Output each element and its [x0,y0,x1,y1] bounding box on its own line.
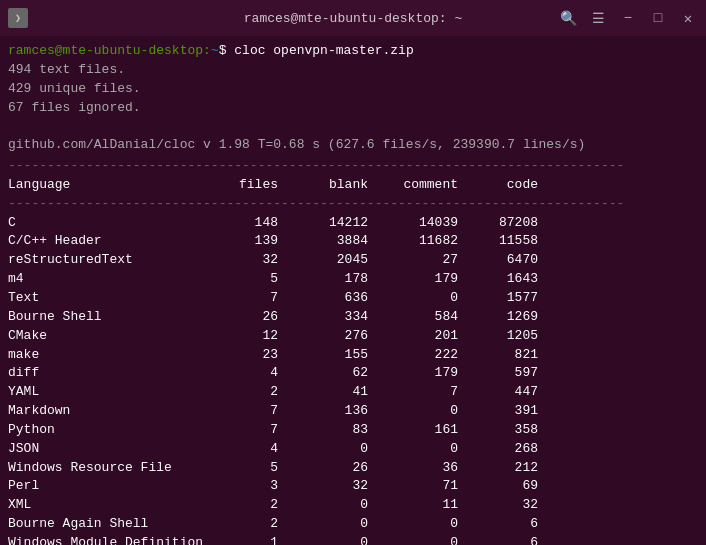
stats-line-1: 494 text files. [8,61,698,80]
terminal-body: ramces@mte-ubuntu-desktop:~$ cloc openvp… [0,36,706,545]
row-lang: C/C++ Header [8,232,208,251]
row-comment: 0 [368,402,458,421]
header-language: Language [8,176,208,195]
row-code: 6470 [458,251,538,270]
row-comment: 0 [368,515,458,534]
row-comment: 11682 [368,232,458,251]
row-files: 3 [208,477,278,496]
table-row: reStructuredText322045276470 [8,251,698,270]
table-row: Windows Resource File52636212 [8,459,698,478]
title-bar: ❯ ramces@mte-ubuntu-desktop: ~ 🔍 ☰ − □ ✕ [0,0,706,36]
row-files: 7 [208,421,278,440]
row-lang: XML [8,496,208,515]
row-code: 32 [458,496,538,515]
row-lang: Bourne Again Shell [8,515,208,534]
prompt-line-1: ramces@mte-ubuntu-desktop:~$ cloc openvp… [8,42,698,61]
header-files: files [208,176,278,195]
header-code: code [458,176,538,195]
row-comment: 36 [368,459,458,478]
row-code: 597 [458,364,538,383]
row-code: 821 [458,346,538,365]
row-files: 4 [208,364,278,383]
table-row: XML201132 [8,496,698,515]
row-blank: 0 [278,496,368,515]
row-files: 1 [208,534,278,545]
row-comment: 11 [368,496,458,515]
row-code: 1577 [458,289,538,308]
row-blank: 155 [278,346,368,365]
menu-icon[interactable]: ☰ [588,10,608,27]
row-code: 358 [458,421,538,440]
row-lang: Text [8,289,208,308]
row-files: 5 [208,270,278,289]
github-line: github.com/AlDanial/cloc v 1.98 T=0.68 s… [8,136,698,155]
row-lang: JSON [8,440,208,459]
minimize-button[interactable]: − [618,10,638,26]
row-files: 139 [208,232,278,251]
table-row: diff462179597 [8,364,698,383]
table-row: JSON400268 [8,440,698,459]
table-row: Text763601577 [8,289,698,308]
row-files: 2 [208,496,278,515]
row-files: 12 [208,327,278,346]
row-lang: Python [8,421,208,440]
row-files: 7 [208,402,278,421]
row-code: 212 [458,459,538,478]
row-lang: Windows Resource File [8,459,208,478]
row-lang: diff [8,364,208,383]
row-lang: Perl [8,477,208,496]
row-blank: 0 [278,515,368,534]
row-comment: 7 [368,383,458,402]
prompt-user-1: ramces@mte-ubuntu-desktop [8,43,203,58]
row-lang: Bourne Shell [8,308,208,327]
row-files: 2 [208,515,278,534]
row-code: 69 [458,477,538,496]
table-row: make23155222821 [8,346,698,365]
title-bar-title: ramces@mte-ubuntu-desktop: ~ [244,11,462,26]
table-row: Bourne Again Shell2006 [8,515,698,534]
row-blank: 276 [278,327,368,346]
row-blank: 32 [278,477,368,496]
row-files: 5 [208,459,278,478]
row-files: 2 [208,383,278,402]
maximize-button[interactable]: □ [648,10,668,26]
prompt-path-1: ~ [211,43,219,58]
row-code: 6 [458,515,538,534]
row-files: 26 [208,308,278,327]
table-row: C148142121403987208 [8,214,698,233]
close-button[interactable]: ✕ [678,10,698,27]
table-row: Python783161358 [8,421,698,440]
row-blank: 0 [278,534,368,545]
terminal-icon: ❯ [8,8,28,28]
row-files: 23 [208,346,278,365]
title-bar-controls: 🔍 ☰ − □ ✕ [558,10,698,27]
row-comment: 222 [368,346,458,365]
row-blank: 178 [278,270,368,289]
table-row: Markdown71360391 [8,402,698,421]
table-row: YAML2417447 [8,383,698,402]
row-blank: 136 [278,402,368,421]
separator-top: ----------------------------------------… [8,157,698,176]
table-rows: C148142121403987208C/C++ Header139388411… [8,214,698,545]
table-row: Bourne Shell263345841269 [8,308,698,327]
search-icon[interactable]: 🔍 [558,10,578,27]
row-code: 6 [458,534,538,545]
row-blank: 41 [278,383,368,402]
row-code: 11558 [458,232,538,251]
row-lang: YAML [8,383,208,402]
row-files: 4 [208,440,278,459]
row-code: 268 [458,440,538,459]
row-comment: 161 [368,421,458,440]
command-text: cloc openvpn-master.zip [226,43,413,58]
row-code: 447 [458,383,538,402]
row-blank: 334 [278,308,368,327]
row-blank: 0 [278,440,368,459]
row-lang: reStructuredText [8,251,208,270]
row-comment: 14039 [368,214,458,233]
row-lang: Markdown [8,402,208,421]
stats-line-3: 67 files ignored. [8,99,698,118]
row-lang: CMake [8,327,208,346]
row-comment: 71 [368,477,458,496]
row-comment: 0 [368,534,458,545]
row-files: 7 [208,289,278,308]
